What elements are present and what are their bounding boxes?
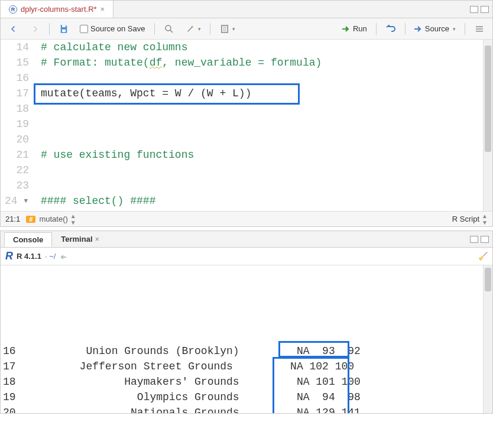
svg-line-3 — [170, 30, 173, 33]
minimize-icon[interactable] — [470, 236, 478, 243]
wand-button[interactable]: ▾ — [182, 22, 204, 36]
outline-button[interactable] — [471, 22, 488, 36]
save-button[interactable] — [56, 22, 72, 36]
svg-rect-1 — [62, 29, 66, 32]
r-logo-icon: R — [5, 250, 13, 262]
separator — [376, 23, 377, 35]
back-button[interactable] — [5, 22, 22, 36]
run-button[interactable]: Run — [339, 22, 370, 35]
maximize-icon[interactable] — [481, 6, 489, 13]
editor-toolbar: Source on Save ▾ ▾ Run Source▾ — [1, 18, 492, 40]
code-editor[interactable]: 1415161718192021222324 ▼ # calculate new… — [1, 40, 492, 211]
editor-tabbar: R dplyr-columns-start.R* × — [1, 1, 492, 18]
run-label: Run — [353, 24, 367, 33]
context-stepper[interactable]: ▲▼ — [70, 213, 76, 226]
file-tab-title: dplyr-columns-start.R* — [21, 5, 97, 14]
file-tab[interactable]: R dplyr-columns-start.R* × — [1, 1, 113, 18]
scroll-thumb[interactable] — [485, 268, 491, 291]
context-name[interactable]: mutate() — [39, 215, 67, 223]
separator — [154, 23, 155, 35]
separator — [465, 23, 465, 35]
maximize-icon[interactable] — [481, 236, 489, 243]
source-on-save-toggle[interactable]: Source on Save — [77, 22, 148, 35]
source-button[interactable]: Source▾ — [411, 22, 459, 35]
svg-line-4 — [187, 27, 192, 32]
editor-statusbar: 21:1 # mutate() ▲▼ R Script ▲▼ — [1, 211, 492, 226]
separator — [210, 23, 210, 35]
svg-point-2 — [166, 25, 171, 31]
source-label: Source — [425, 24, 449, 33]
context-badge: # — [26, 216, 35, 223]
lang-stepper[interactable]: ▲▼ — [482, 213, 488, 226]
code-area[interactable]: # calculate new columns# Format: mutate(… — [36, 40, 492, 211]
console-pane: Console Terminal× R R 4.1.1 · ~/ 🧹 16 Un… — [0, 231, 493, 414]
rerun-button[interactable] — [382, 23, 399, 35]
r-version: R 4.1.1 — [17, 252, 41, 261]
close-icon[interactable]: × — [95, 235, 100, 244]
forward-button[interactable] — [27, 22, 43, 36]
console-scrollbar[interactable] — [483, 265, 492, 413]
console-tabbar: Console Terminal× — [1, 231, 492, 248]
svg-rect-0 — [62, 25, 66, 27]
broom-icon[interactable]: 🧹 — [478, 252, 488, 261]
console-header: R R 4.1.1 · ~/ 🧹 — [1, 248, 492, 265]
minimize-icon[interactable] — [470, 6, 478, 13]
scroll-thumb[interactable] — [485, 46, 491, 152]
popout-icon[interactable] — [59, 252, 67, 261]
r-file-icon: R — [9, 5, 17, 14]
checkbox-icon — [80, 25, 88, 33]
find-button[interactable] — [161, 22, 177, 36]
notebook-button[interactable]: ▾ — [216, 22, 238, 36]
separator — [405, 23, 406, 35]
console-output[interactable]: 16 Union Grounds (Brooklyn) NA 93 9217 J… — [1, 265, 492, 413]
tab-console[interactable]: Console — [4, 232, 52, 247]
separator — [49, 23, 50, 35]
editor-pane: R dplyr-columns-start.R* × Source on Sav… — [0, 0, 493, 227]
working-dir[interactable]: · ~/ — [45, 252, 56, 261]
language-mode[interactable]: R Script — [452, 215, 479, 223]
cursor-position: 21:1 — [5, 215, 20, 223]
close-icon[interactable]: × — [100, 5, 105, 14]
editor-scrollbar[interactable] — [483, 40, 492, 211]
tab-terminal[interactable]: Terminal× — [52, 232, 108, 246]
line-gutter: 1415161718192021222324 ▼ — [1, 40, 36, 211]
source-on-save-label: Source on Save — [90, 24, 145, 33]
